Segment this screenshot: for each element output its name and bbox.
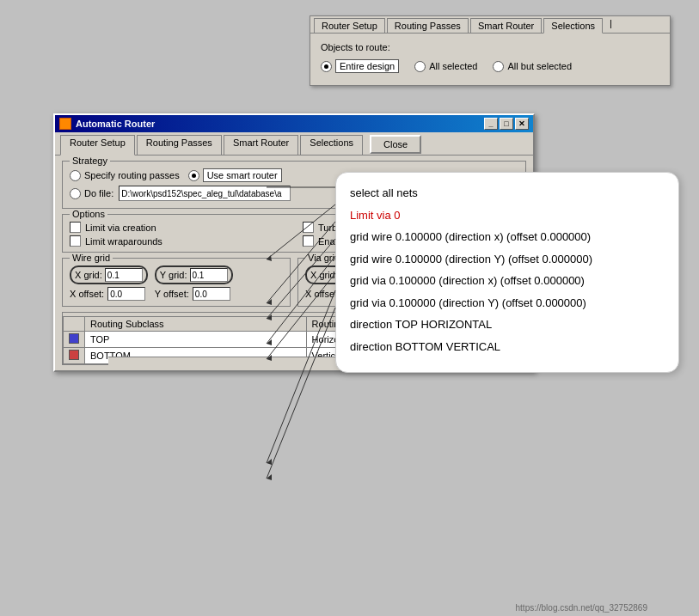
all-selected-label: All selected xyxy=(429,61,477,71)
wire-grid-inner: X grid: X offset: xyxy=(70,265,283,301)
radio-all-but-selected[interactable]: All but selected xyxy=(493,61,572,72)
do-file-label: Do file: xyxy=(84,188,113,198)
wire-grid-right: Y grid: Y offset: xyxy=(155,265,233,301)
all-but-selected-label: All but selected xyxy=(507,61,572,71)
radio-all-selected[interactable]: All selected xyxy=(414,61,477,72)
wire-grid-left: X grid: X offset: xyxy=(70,265,148,301)
row-bottom-icon xyxy=(64,348,85,364)
objects-to-route-label: Objects to route: xyxy=(321,42,659,52)
radio-entire-design[interactable]: Entire design xyxy=(321,59,399,73)
strategy-label: Strategy xyxy=(70,156,110,166)
tab-smart-router-sel[interactable]: Smart Router xyxy=(470,18,542,33)
tab-selections-sel[interactable]: Selections xyxy=(543,18,603,34)
wire-xgrid-wrap: X grid: xyxy=(70,265,148,284)
tab-router-setup-sel[interactable]: Router Setup xyxy=(314,18,385,33)
wire-xoffset-row: X offset: xyxy=(70,287,148,301)
wire-ygrid-input[interactable] xyxy=(190,268,228,282)
status-cell-1 xyxy=(108,357,349,370)
titlebar-left: Automatic Router xyxy=(59,118,155,130)
dialog-icon xyxy=(59,118,71,130)
radio-entire-design-dot[interactable] xyxy=(321,61,332,72)
radio-all-but-selected-dot[interactable] xyxy=(493,61,504,72)
selections-tabs: Router Setup Routing Passes Smart Router… xyxy=(310,16,670,34)
maximize-button[interactable]: □ xyxy=(500,118,513,130)
row-top-icon xyxy=(64,332,85,348)
options-label: Options xyxy=(70,209,107,219)
callout-box: select all nets Limit via 0 grid wire 0.… xyxy=(335,172,679,373)
do-file-input[interactable] xyxy=(119,186,291,201)
use-smart-label: Use smart router xyxy=(203,168,282,182)
wire-xoffset-label: X offset: xyxy=(70,289,104,299)
row-top-subclass: TOP xyxy=(85,332,307,348)
selections-body: Objects to route: Entire design All sele… xyxy=(310,34,670,85)
tab-router-setup[interactable]: Router Setup xyxy=(60,135,135,156)
watermark: https://blog.csdn.net/qq_32752869 xyxy=(516,603,647,613)
entire-design-label: Entire design xyxy=(335,59,399,73)
dialog-title: Automatic Router xyxy=(76,119,155,129)
radio-specify-passes[interactable]: Specify routing passes xyxy=(70,170,180,181)
checkbox-turbo-stagger[interactable] xyxy=(303,222,314,233)
callout-line1: select all nets xyxy=(350,185,665,202)
option-limit-wrap[interactable]: Limit wraparounds xyxy=(70,235,285,247)
wire-grid-group: Wire grid X grid: X offset: xyxy=(62,258,291,307)
wire-ygrid-label: Y grid: xyxy=(160,270,187,280)
dialog-tabs: Router Setup Routing Passes Smart Router… xyxy=(55,132,533,156)
wire-xgrid-row: X grid: xyxy=(70,265,148,284)
callout-line7: direction TOP HORIZONTAL xyxy=(350,316,665,333)
tab-selections[interactable]: Selections xyxy=(300,135,363,155)
specify-passes-label: Specify routing passes xyxy=(84,170,180,180)
callout-line5: grid via 0.100000 (direction x) (offset … xyxy=(350,272,665,290)
wire-xoffset-input[interactable] xyxy=(107,287,145,301)
radio-do-file[interactable]: Do file: xyxy=(70,188,113,199)
callout-line2: Limit via 0 xyxy=(350,207,665,224)
dialog-titlebar: Automatic Router _ □ ✕ xyxy=(55,115,533,132)
svg-marker-12 xyxy=(267,459,272,465)
wire-yoffset-input[interactable] xyxy=(193,287,230,301)
checkbox-diagonal[interactable] xyxy=(303,235,314,247)
minimize-button[interactable]: _ xyxy=(484,118,498,130)
tab-routing-passes[interactable]: Routing Passes xyxy=(137,135,222,155)
do-file-dot[interactable] xyxy=(70,188,81,199)
use-smart-dot[interactable] xyxy=(188,170,199,181)
top-layer-icon xyxy=(69,333,79,344)
wire-ygrid-row: Y grid: xyxy=(155,265,233,284)
svg-marker-14 xyxy=(267,474,272,480)
col-icon-header xyxy=(64,317,85,332)
tab-routing-passes-sel[interactable]: Routing Passes xyxy=(387,18,469,33)
specify-passes-dot[interactable] xyxy=(70,170,81,181)
titlebar-controls: _ □ ✕ xyxy=(484,118,529,130)
radio-all-selected-dot[interactable] xyxy=(414,61,426,72)
option-limit-via-label: Limit via creation xyxy=(85,223,156,233)
wire-ygrid-wrap: Y grid: xyxy=(155,265,233,284)
callout-line8: direction BOTTOM VERTICAL xyxy=(350,338,665,356)
close-button[interactable]: Close xyxy=(370,135,421,154)
callout-line6: grid via 0.100000 (direction Y) (offset … xyxy=(350,295,665,312)
selections-panel: Router Setup Routing Passes Smart Router… xyxy=(310,15,671,86)
wire-grid-box: Wire grid X grid: X offset: xyxy=(62,258,291,307)
wire-xgrid-label: X grid: xyxy=(75,270,102,280)
wire-grid-label: Wire grid xyxy=(70,253,113,263)
wire-yoffset-label: Y offset: xyxy=(155,289,189,299)
via-xgrid-label: X grid: xyxy=(310,270,338,280)
wire-yoffset-row: Y offset: xyxy=(155,287,233,301)
window-close-button[interactable]: ✕ xyxy=(515,118,529,130)
wire-xgrid-input[interactable] xyxy=(105,268,143,282)
callout-line4: grid wire 0.100000 (direction Y) (offset… xyxy=(350,251,665,268)
checkbox-limit-via[interactable] xyxy=(70,222,81,233)
tab-smart-router[interactable]: Smart Router xyxy=(224,135,298,155)
option-limit-wrap-label: Limit wraparounds xyxy=(85,236,162,247)
checkbox-limit-wrap[interactable] xyxy=(70,235,81,247)
bottom-layer-icon xyxy=(69,350,79,360)
objects-radio-group: Entire design All selected All but selec… xyxy=(321,59,659,73)
callout-line3: grid wire 0.100000 (direction x) (offset… xyxy=(350,229,665,246)
col-subclass-header: Routing Subclass xyxy=(85,317,307,332)
option-limit-via[interactable]: Limit via creation xyxy=(70,222,285,233)
radio-use-smart[interactable]: Use smart router xyxy=(188,168,282,182)
